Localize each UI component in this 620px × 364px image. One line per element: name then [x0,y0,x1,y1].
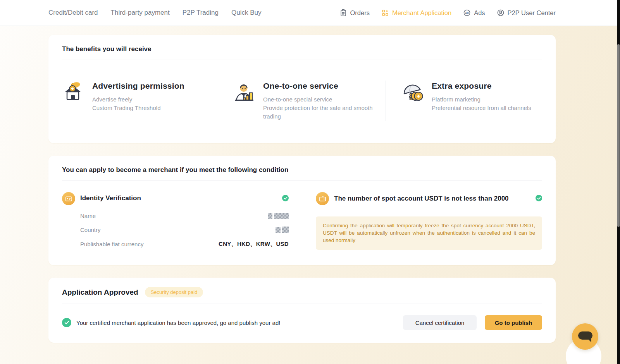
benefit-line: Custom Trading Threshold [92,104,184,112]
approved-check-icon [62,318,71,327]
benefit-line: One-to-one special service [263,95,379,104]
benefit-line: Preferential resource from all channels [432,104,531,112]
benefit-advertising-permission: Advertising permission Advertise freely … [62,81,216,121]
benefit-line: Provide protection for the safe and smoo… [263,104,379,121]
wallet-icon [316,192,329,205]
identity-row-fiat-currency: Publishable fiat currency CNY、HKD、KRW、US… [80,240,289,248]
cancel-certification-button[interactable]: Cancel certification [403,315,477,330]
nav-merchant-application-label: Merchant Application [392,9,451,17]
fiat-currency-value: CNY、HKD、KRW、USD [219,240,289,248]
nav-credit-debit-card[interactable]: Credit/Debit card [48,9,98,17]
nav-left-group: Credit/Debit card Third-party payment P2… [48,9,261,17]
benefit-title: Advertising permission [92,81,184,91]
scrollbar-track[interactable] [617,0,620,364]
svg-text:AD: AD [465,12,469,14]
usdt-condition-header: The number of spot account USDT is not l… [316,192,542,205]
benefit-title: Extra exposure [432,81,531,91]
merchant-application-icon [381,9,389,17]
row-label: Country [80,227,101,233]
row-label: Name [80,213,96,219]
benefit-extra-exposure: Extra exposure Platform marketing Prefer… [386,81,542,121]
nav-p2p-user-center-label: P2P User Center [508,9,556,17]
application-status-card: Application Approved Security deposit pa… [48,278,556,343]
redacted-country-value [276,227,289,233]
usdt-check-icon [536,195,542,201]
go-to-publish-button[interactable]: Go to publish [485,315,542,330]
ads-badge-icon: AD [463,9,471,17]
conditions-row: Identity Verification Name Country [62,181,542,265]
benefits-card: The benefits you will receive Advertisin… [48,35,556,143]
nav-p2p-user-center[interactable]: P2P User Center [497,9,556,17]
usdt-condition-title: The number of spot account USDT is not l… [334,192,530,203]
main-content: The benefits you will receive Advertisin… [48,35,556,343]
identity-card-icon [62,192,75,205]
orders-clipboard-icon [339,9,347,17]
nav-orders[interactable]: Orders [339,9,370,17]
conditions-card: You can apply to become a merchant if yo… [48,156,556,265]
row-label: Publishable fiat currency [80,241,143,247]
one-to-one-agent-icon [233,81,255,102]
nav-p2p-trading[interactable]: P2P Trading [183,9,219,17]
nav-inner: Credit/Debit card Third-party payment P2… [48,9,556,17]
approved-message-text: Your certified merchant application has … [76,319,280,326]
chat-bubble-icon [578,331,592,340]
benefit-text: Extra exposure Platform marketing Prefer… [432,81,531,121]
user-center-icon [497,9,505,17]
nav-third-party-payment[interactable]: Third-party payment [111,9,170,17]
identity-verification-title: Identity Verification [80,192,277,202]
nav-right-group: Orders Merchant Application AD Ads [339,9,556,17]
nav-ads[interactable]: AD Ads [463,9,485,17]
nav-ads-label: Ads [474,9,485,17]
security-deposit-badge: Security deposit paid [145,287,203,297]
nav-orders-label: Orders [350,9,370,17]
top-navigation: Credit/Debit card Third-party payment P2… [0,0,620,26]
application-status-title: Application Approved [62,288,138,297]
scrollbar-thumb[interactable] [617,44,620,227]
extra-exposure-umbrella-coins-icon [401,81,423,102]
benefit-text: One-to-one service One-to-one special se… [263,81,379,121]
benefits-row: Advertising permission Advertise freely … [62,60,542,143]
identity-check-icon [282,195,289,201]
conditions-title: You can apply to become a merchant if yo… [62,156,542,180]
identity-verification-header: Identity Verification [62,192,289,205]
advertising-house-coin-icon [62,81,84,102]
usdt-condition-section: The number of spot account USDT is not l… [302,192,542,250]
identity-row-country: Country [80,227,289,233]
benefits-title: The benefits you will receive [62,35,542,60]
benefit-line: Platform marketing [432,95,531,104]
approved-message: Your certified merchant application has … [62,318,403,327]
application-status-header: Application Approved Security deposit pa… [62,278,542,304]
redacted-name-value [268,213,289,219]
nav-merchant-application[interactable]: Merchant Application [381,9,451,17]
benefit-line: Advertise freely [92,95,184,104]
benefit-title: One-to-one service [263,81,379,91]
application-action-row: Your certified merchant application has … [62,304,542,343]
usdt-freeze-notice: Confirming the application will temporar… [316,216,542,250]
identity-row-name: Name [80,213,289,219]
chat-button[interactable] [572,323,598,350]
identity-verification-section: Identity Verification Name Country [62,192,302,250]
nav-quick-buy[interactable]: Quick Buy [231,9,261,17]
benefit-text: Advertising permission Advertise freely … [92,81,184,121]
benefit-one-to-one-service: One-to-one service One-to-one special se… [216,81,386,121]
